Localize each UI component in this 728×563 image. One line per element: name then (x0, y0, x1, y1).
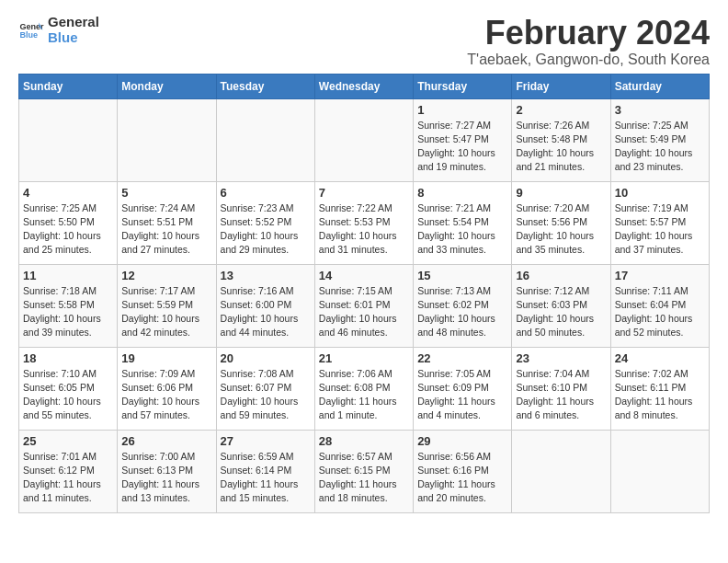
calendar-cell: 14Sunrise: 7:15 AM Sunset: 6:01 PM Dayli… (314, 264, 413, 347)
calendar-cell: 16Sunrise: 7:12 AM Sunset: 6:03 PM Dayli… (512, 264, 610, 347)
day-number: 26 (121, 434, 211, 448)
day-info: Sunrise: 6:57 AM Sunset: 6:15 PM Dayligh… (319, 450, 409, 506)
day-info: Sunrise: 7:25 AM Sunset: 5:49 PM Dayligh… (615, 119, 705, 175)
day-info: Sunrise: 7:05 AM Sunset: 6:09 PM Dayligh… (417, 367, 507, 423)
calendar-cell: 17Sunrise: 7:11 AM Sunset: 6:04 PM Dayli… (610, 264, 709, 347)
calendar-cell (216, 98, 314, 181)
day-info: Sunrise: 6:56 AM Sunset: 6:16 PM Dayligh… (417, 450, 507, 506)
day-info: Sunrise: 7:27 AM Sunset: 5:47 PM Dayligh… (417, 119, 507, 175)
day-info: Sunrise: 7:21 AM Sunset: 5:54 PM Dayligh… (417, 201, 507, 258)
day-info: Sunrise: 7:00 AM Sunset: 6:13 PM Dayligh… (121, 450, 211, 506)
calendar-cell: 29Sunrise: 6:56 AM Sunset: 6:16 PM Dayli… (414, 430, 512, 512)
main-title: February 2024 (467, 15, 710, 52)
calendar-cell: 26Sunrise: 7:00 AM Sunset: 6:13 PM Dayli… (118, 430, 216, 512)
svg-text:Blue: Blue (19, 30, 38, 40)
logo-icon: General Blue (18, 17, 44, 43)
calendar-cell: 3Sunrise: 7:25 AM Sunset: 5:49 PM Daylig… (610, 98, 709, 181)
logo-line2: Blue (48, 30, 99, 46)
calendar-cell: 20Sunrise: 7:08 AM Sunset: 6:07 PM Dayli… (216, 347, 314, 430)
weekday-header: Tuesday (216, 74, 314, 98)
day-number: 21 (319, 351, 409, 365)
calendar-cell: 2Sunrise: 7:26 AM Sunset: 5:48 PM Daylig… (512, 98, 610, 181)
day-number: 29 (417, 434, 507, 448)
day-info: Sunrise: 7:26 AM Sunset: 5:48 PM Dayligh… (516, 119, 606, 175)
day-info: Sunrise: 7:24 AM Sunset: 5:51 PM Dayligh… (121, 201, 211, 258)
calendar-week-row: 11Sunrise: 7:18 AM Sunset: 5:58 PM Dayli… (19, 264, 710, 347)
day-info: Sunrise: 7:19 AM Sunset: 5:57 PM Dayligh… (615, 201, 705, 258)
calendar-cell: 22Sunrise: 7:05 AM Sunset: 6:09 PM Dayli… (414, 347, 512, 430)
day-number: 5 (121, 186, 211, 200)
day-info: Sunrise: 7:06 AM Sunset: 6:08 PM Dayligh… (319, 367, 409, 423)
header-row: SundayMondayTuesdayWednesdayThursdayFrid… (19, 74, 710, 98)
calendar-cell: 23Sunrise: 7:04 AM Sunset: 6:10 PM Dayli… (512, 347, 610, 430)
day-info: Sunrise: 7:12 AM Sunset: 6:03 PM Dayligh… (516, 284, 606, 340)
calendar-cell: 7Sunrise: 7:22 AM Sunset: 5:53 PM Daylig… (314, 181, 413, 264)
day-info: Sunrise: 7:11 AM Sunset: 6:04 PM Dayligh… (615, 284, 705, 340)
day-number: 22 (417, 351, 507, 365)
calendar-cell (19, 98, 118, 181)
calendar-cell: 4Sunrise: 7:25 AM Sunset: 5:50 PM Daylig… (19, 181, 118, 264)
day-number: 13 (221, 269, 311, 282)
calendar-cell: 15Sunrise: 7:13 AM Sunset: 6:02 PM Dayli… (414, 264, 512, 347)
day-info: Sunrise: 7:16 AM Sunset: 6:00 PM Dayligh… (221, 284, 311, 340)
weekday-header: Wednesday (314, 74, 413, 98)
logo-line1: General (48, 15, 99, 30)
day-number: 27 (221, 434, 311, 448)
calendar-cell: 24Sunrise: 7:02 AM Sunset: 6:11 PM Dayli… (610, 347, 709, 430)
day-info: Sunrise: 7:23 AM Sunset: 5:52 PM Dayligh… (221, 201, 311, 258)
logo: General Blue General Blue (18, 15, 99, 45)
calendar-week-row: 4Sunrise: 7:25 AM Sunset: 5:50 PM Daylig… (19, 181, 710, 264)
day-info: Sunrise: 7:22 AM Sunset: 5:53 PM Dayligh… (319, 201, 409, 258)
day-number: 28 (319, 434, 409, 448)
day-info: Sunrise: 7:17 AM Sunset: 5:59 PM Dayligh… (121, 284, 211, 340)
day-number: 6 (221, 186, 311, 200)
day-info: Sunrise: 7:02 AM Sunset: 6:11 PM Dayligh… (615, 367, 705, 423)
calendar-table: SundayMondayTuesdayWednesdayThursdayFrid… (18, 74, 710, 513)
day-number: 25 (23, 434, 113, 448)
calendar-cell (610, 430, 709, 512)
calendar-cell (512, 430, 610, 512)
calendar-cell: 1Sunrise: 7:27 AM Sunset: 5:47 PM Daylig… (414, 98, 512, 181)
day-info: Sunrise: 7:01 AM Sunset: 6:12 PM Dayligh… (23, 450, 113, 506)
calendar-cell: 27Sunrise: 6:59 AM Sunset: 6:14 PM Dayli… (216, 430, 314, 512)
weekday-header: Sunday (19, 74, 118, 98)
day-info: Sunrise: 7:08 AM Sunset: 6:07 PM Dayligh… (221, 367, 311, 423)
day-number: 23 (516, 351, 606, 365)
calendar-cell: 12Sunrise: 7:17 AM Sunset: 5:59 PM Dayli… (118, 264, 216, 347)
calendar-cell: 13Sunrise: 7:16 AM Sunset: 6:00 PM Dayli… (216, 264, 314, 347)
weekday-header: Monday (118, 74, 216, 98)
calendar-cell: 28Sunrise: 6:57 AM Sunset: 6:15 PM Dayli… (314, 430, 413, 512)
calendar-cell: 5Sunrise: 7:24 AM Sunset: 5:51 PM Daylig… (118, 181, 216, 264)
subtitle: T'aebaek, Gangwon-do, South Korea (467, 52, 710, 68)
day-number: 9 (516, 186, 606, 200)
day-number: 14 (319, 269, 409, 282)
calendar-cell: 9Sunrise: 7:20 AM Sunset: 5:56 PM Daylig… (512, 181, 610, 264)
day-number: 3 (615, 103, 705, 117)
day-number: 1 (417, 103, 507, 117)
calendar-cell (118, 98, 216, 181)
calendar-week-row: 18Sunrise: 7:10 AM Sunset: 6:05 PM Dayli… (19, 347, 710, 430)
calendar-body: 1Sunrise: 7:27 AM Sunset: 5:47 PM Daylig… (19, 98, 710, 512)
calendar-cell: 6Sunrise: 7:23 AM Sunset: 5:52 PM Daylig… (216, 181, 314, 264)
calendar-cell: 18Sunrise: 7:10 AM Sunset: 6:05 PM Dayli… (19, 347, 118, 430)
calendar-header: SundayMondayTuesdayWednesdayThursdayFrid… (19, 74, 710, 98)
day-number: 8 (417, 186, 507, 200)
weekday-header: Saturday (610, 74, 709, 98)
weekday-header: Thursday (414, 74, 512, 98)
day-info: Sunrise: 7:13 AM Sunset: 6:02 PM Dayligh… (417, 284, 507, 340)
calendar-cell: 19Sunrise: 7:09 AM Sunset: 6:06 PM Dayli… (118, 347, 216, 430)
weekday-header: Friday (512, 74, 610, 98)
day-number: 20 (221, 351, 311, 365)
day-info: Sunrise: 7:20 AM Sunset: 5:56 PM Dayligh… (516, 201, 606, 258)
day-number: 7 (319, 186, 409, 200)
day-info: Sunrise: 7:09 AM Sunset: 6:06 PM Dayligh… (121, 367, 211, 423)
calendar-cell: 8Sunrise: 7:21 AM Sunset: 5:54 PM Daylig… (414, 181, 512, 264)
day-number: 19 (121, 351, 211, 365)
calendar-cell: 10Sunrise: 7:19 AM Sunset: 5:57 PM Dayli… (610, 181, 709, 264)
day-number: 2 (516, 103, 606, 117)
day-number: 10 (615, 186, 705, 200)
day-info: Sunrise: 7:18 AM Sunset: 5:58 PM Dayligh… (23, 284, 113, 340)
day-info: Sunrise: 7:15 AM Sunset: 6:01 PM Dayligh… (319, 284, 409, 340)
day-number: 18 (23, 351, 113, 365)
calendar-cell (314, 98, 413, 181)
